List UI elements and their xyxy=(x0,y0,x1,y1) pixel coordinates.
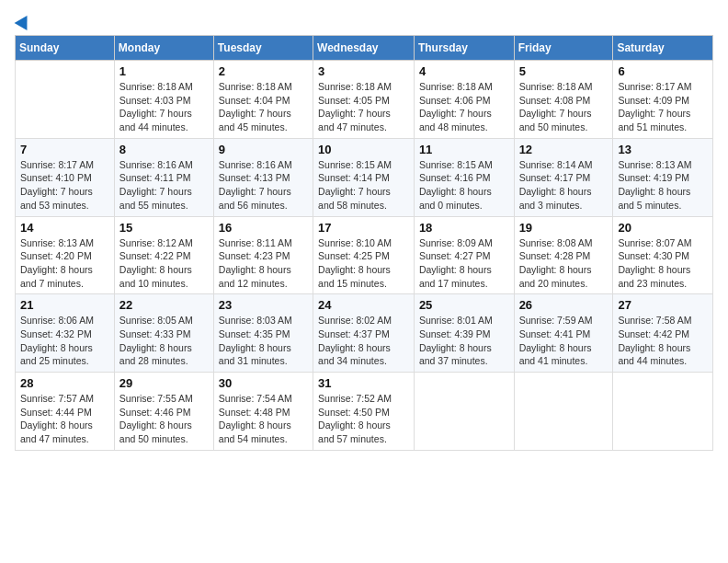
calendar-cell: 2Sunrise: 8:18 AMSunset: 4:04 PMDaylight… xyxy=(213,61,313,139)
calendar-cell: 27Sunrise: 7:58 AMSunset: 4:42 PMDayligh… xyxy=(613,294,713,373)
day-number: 16 xyxy=(219,221,308,235)
day-number: 19 xyxy=(519,221,609,235)
day-info: Sunrise: 8:07 AMSunset: 4:30 PMDaylight:… xyxy=(618,236,708,291)
day-info: Sunrise: 8:18 AMSunset: 4:03 PMDaylight:… xyxy=(119,80,209,134)
calendar-cell: 10Sunrise: 8:15 AMSunset: 4:14 PMDayligh… xyxy=(313,138,415,216)
day-number: 30 xyxy=(219,376,308,390)
day-number: 26 xyxy=(519,298,609,312)
day-number: 13 xyxy=(618,143,708,156)
calendar-week-4: 21Sunrise: 8:06 AMSunset: 4:32 PMDayligh… xyxy=(16,294,713,373)
day-number: 10 xyxy=(318,143,409,156)
day-info: Sunrise: 8:10 AMSunset: 4:25 PMDaylight:… xyxy=(318,236,409,291)
calendar-cell xyxy=(514,373,613,451)
day-number: 1 xyxy=(119,64,209,78)
calendar-cell: 13Sunrise: 8:13 AMSunset: 4:19 PMDayligh… xyxy=(613,138,713,216)
calendar-cell: 28Sunrise: 7:57 AMSunset: 4:44 PMDayligh… xyxy=(16,373,115,451)
calendar-week-3: 14Sunrise: 8:13 AMSunset: 4:20 PMDayligh… xyxy=(16,216,713,294)
dow-header-sunday: Sunday xyxy=(16,36,115,61)
day-info: Sunrise: 8:17 AMSunset: 4:10 PMDaylight:… xyxy=(20,158,109,213)
day-number: 17 xyxy=(318,221,409,235)
day-info: Sunrise: 8:15 AMSunset: 4:16 PMDaylight:… xyxy=(419,158,509,213)
calendar-cell: 11Sunrise: 8:15 AMSunset: 4:16 PMDayligh… xyxy=(414,138,514,216)
calendar-cell: 29Sunrise: 7:55 AMSunset: 4:46 PMDayligh… xyxy=(114,373,213,451)
day-info: Sunrise: 8:03 AMSunset: 4:35 PMDaylight:… xyxy=(219,314,308,368)
days-of-week-row: SundayMondayTuesdayWednesdayThursdayFrid… xyxy=(16,36,713,61)
day-number: 2 xyxy=(219,64,308,78)
day-info: Sunrise: 8:16 AMSunset: 4:13 PMDaylight:… xyxy=(219,158,308,213)
calendar-cell: 22Sunrise: 8:05 AMSunset: 4:33 PMDayligh… xyxy=(114,294,213,373)
day-info: Sunrise: 8:13 AMSunset: 4:20 PMDaylight:… xyxy=(20,236,109,291)
day-info: Sunrise: 8:17 AMSunset: 4:09 PMDaylight:… xyxy=(618,80,708,134)
calendar-cell: 4Sunrise: 8:18 AMSunset: 4:06 PMDaylight… xyxy=(414,61,514,139)
calendar-cell: 18Sunrise: 8:09 AMSunset: 4:27 PMDayligh… xyxy=(414,216,514,294)
day-info: Sunrise: 8:01 AMSunset: 4:39 PMDaylight:… xyxy=(419,314,509,368)
day-info: Sunrise: 7:52 AMSunset: 4:50 PMDaylight:… xyxy=(318,392,409,446)
day-number: 15 xyxy=(119,221,209,235)
day-info: Sunrise: 7:59 AMSunset: 4:41 PMDaylight:… xyxy=(519,314,609,368)
day-number: 25 xyxy=(419,298,509,312)
calendar-cell: 9Sunrise: 8:16 AMSunset: 4:13 PMDaylight… xyxy=(213,138,313,216)
calendar-cell: 14Sunrise: 8:13 AMSunset: 4:20 PMDayligh… xyxy=(16,216,115,294)
day-number: 29 xyxy=(119,376,209,390)
day-number: 27 xyxy=(618,298,708,312)
day-info: Sunrise: 8:18 AMSunset: 4:05 PMDaylight:… xyxy=(318,80,409,134)
dow-header-friday: Friday xyxy=(514,36,613,61)
day-number: 20 xyxy=(618,221,708,235)
dow-header-tuesday: Tuesday xyxy=(213,36,313,61)
logo xyxy=(15,15,31,28)
day-info: Sunrise: 8:08 AMSunset: 4:28 PMDaylight:… xyxy=(519,236,609,291)
day-info: Sunrise: 8:06 AMSunset: 4:32 PMDaylight:… xyxy=(20,314,109,368)
day-number: 9 xyxy=(219,143,308,156)
day-info: Sunrise: 8:09 AMSunset: 4:27 PMDaylight:… xyxy=(419,236,509,291)
day-number: 4 xyxy=(419,64,509,78)
calendar-cell: 31Sunrise: 7:52 AMSunset: 4:50 PMDayligh… xyxy=(313,373,415,451)
day-info: Sunrise: 8:12 AMSunset: 4:22 PMDaylight:… xyxy=(119,236,209,291)
day-number: 21 xyxy=(20,298,109,312)
calendar-cell: 8Sunrise: 8:16 AMSunset: 4:11 PMDaylight… xyxy=(114,138,213,216)
calendar-cell: 25Sunrise: 8:01 AMSunset: 4:39 PMDayligh… xyxy=(414,294,514,373)
day-info: Sunrise: 7:58 AMSunset: 4:42 PMDaylight:… xyxy=(618,314,708,368)
day-info: Sunrise: 7:57 AMSunset: 4:44 PMDaylight:… xyxy=(20,392,109,446)
calendar-cell: 17Sunrise: 8:10 AMSunset: 4:25 PMDayligh… xyxy=(313,216,415,294)
calendar-week-5: 28Sunrise: 7:57 AMSunset: 4:44 PMDayligh… xyxy=(16,373,713,451)
day-info: Sunrise: 8:18 AMSunset: 4:04 PMDaylight:… xyxy=(219,80,308,134)
day-info: Sunrise: 8:11 AMSunset: 4:23 PMDaylight:… xyxy=(219,236,308,291)
day-number: 7 xyxy=(20,143,109,156)
day-info: Sunrise: 8:02 AMSunset: 4:37 PMDaylight:… xyxy=(318,314,409,368)
day-number: 28 xyxy=(20,376,109,390)
calendar-cell xyxy=(414,373,514,451)
day-info: Sunrise: 8:15 AMSunset: 4:14 PMDaylight:… xyxy=(318,158,409,213)
day-info: Sunrise: 8:13 AMSunset: 4:19 PMDaylight:… xyxy=(618,158,708,213)
dow-header-thursday: Thursday xyxy=(414,36,514,61)
calendar-cell: 21Sunrise: 8:06 AMSunset: 4:32 PMDayligh… xyxy=(16,294,115,373)
calendar-cell: 19Sunrise: 8:08 AMSunset: 4:28 PMDayligh… xyxy=(514,216,613,294)
calendar-cell: 3Sunrise: 8:18 AMSunset: 4:05 PMDaylight… xyxy=(313,61,415,139)
day-info: Sunrise: 7:54 AMSunset: 4:48 PMDaylight:… xyxy=(219,392,308,446)
day-info: Sunrise: 8:14 AMSunset: 4:17 PMDaylight:… xyxy=(519,158,609,213)
day-number: 18 xyxy=(419,221,509,235)
calendar-cell: 30Sunrise: 7:54 AMSunset: 4:48 PMDayligh… xyxy=(213,373,313,451)
calendar-cell: 6Sunrise: 8:17 AMSunset: 4:09 PMDaylight… xyxy=(613,61,713,139)
day-info: Sunrise: 8:18 AMSunset: 4:06 PMDaylight:… xyxy=(419,80,509,134)
calendar-cell: 5Sunrise: 8:18 AMSunset: 4:08 PMDaylight… xyxy=(514,61,613,139)
logo-triangle-icon xyxy=(15,12,34,30)
calendar-cell xyxy=(16,61,115,139)
calendar-body: 1Sunrise: 8:18 AMSunset: 4:03 PMDaylight… xyxy=(16,61,713,451)
calendar-week-2: 7Sunrise: 8:17 AMSunset: 4:10 PMDaylight… xyxy=(16,138,713,216)
day-number: 8 xyxy=(119,143,209,156)
day-number: 6 xyxy=(618,64,708,78)
dow-header-monday: Monday xyxy=(114,36,213,61)
calendar-week-1: 1Sunrise: 8:18 AMSunset: 4:03 PMDaylight… xyxy=(16,61,713,139)
day-number: 3 xyxy=(318,64,409,78)
dow-header-wednesday: Wednesday xyxy=(313,36,415,61)
calendar-cell: 23Sunrise: 8:03 AMSunset: 4:35 PMDayligh… xyxy=(213,294,313,373)
day-number: 31 xyxy=(318,376,409,390)
calendar-cell: 24Sunrise: 8:02 AMSunset: 4:37 PMDayligh… xyxy=(313,294,415,373)
day-number: 24 xyxy=(318,298,409,312)
day-number: 11 xyxy=(419,143,509,156)
day-number: 23 xyxy=(219,298,308,312)
day-number: 12 xyxy=(519,143,609,156)
day-info: Sunrise: 8:05 AMSunset: 4:33 PMDaylight:… xyxy=(119,314,209,368)
day-number: 5 xyxy=(519,64,609,78)
calendar-cell: 7Sunrise: 8:17 AMSunset: 4:10 PMDaylight… xyxy=(16,138,115,216)
